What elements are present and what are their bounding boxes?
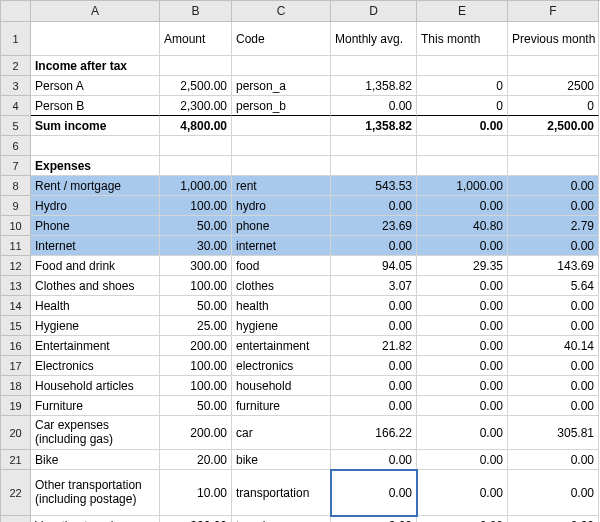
cell-A7[interactable]: Expenses [31, 156, 160, 176]
cell-E6[interactable] [417, 136, 508, 156]
col-header-E[interactable]: E [417, 1, 508, 22]
cell-E8[interactable]: 1,000.00 [417, 176, 508, 196]
cell-E23[interactable]: 0.00 [417, 516, 508, 522]
cell-F12[interactable]: 143.69 [508, 256, 599, 276]
cell-E19[interactable]: 0.00 [417, 396, 508, 416]
cell-C1[interactable]: Code [232, 22, 331, 56]
cell-F3[interactable]: 2500 [508, 76, 599, 96]
cell-E12[interactable]: 29.35 [417, 256, 508, 276]
cell-B5[interactable]: 4,800.00 [160, 116, 232, 136]
cell-F8[interactable]: 0.00 [508, 176, 599, 196]
row-header-2[interactable]: 2 [1, 56, 31, 76]
cell-C13[interactable]: clothes [232, 276, 331, 296]
cell-E14[interactable]: 0.00 [417, 296, 508, 316]
cell-A1[interactable] [31, 22, 160, 56]
cell-E21[interactable]: 0.00 [417, 450, 508, 470]
cell-E17[interactable]: 0.00 [417, 356, 508, 376]
row-header-9[interactable]: 9 [1, 196, 31, 216]
cell-C22[interactable]: transportation [232, 470, 331, 516]
row-header-23[interactable]: 23 [1, 516, 31, 522]
cell-B13[interactable]: 100.00 [160, 276, 232, 296]
cell-D16[interactable]: 21.82 [331, 336, 417, 356]
cell-E4[interactable]: 0 [417, 96, 508, 116]
cell-F9[interactable]: 0.00 [508, 196, 599, 216]
cell-B1[interactable]: Amount [160, 22, 232, 56]
cell-C5[interactable] [232, 116, 331, 136]
cell-F17[interactable]: 0.00 [508, 356, 599, 376]
cell-D20[interactable]: 166.22 [331, 416, 417, 450]
cell-F15[interactable]: 0.00 [508, 316, 599, 336]
cell-C19[interactable]: furniture [232, 396, 331, 416]
row-header-12[interactable]: 12 [1, 256, 31, 276]
row-header-8[interactable]: 8 [1, 176, 31, 196]
cell-B22[interactable]: 10.00 [160, 470, 232, 516]
cell-A3[interactable]: Person A [31, 76, 160, 96]
cell-F11[interactable]: 0.00 [508, 236, 599, 256]
cell-B2[interactable] [160, 56, 232, 76]
cell-B21[interactable]: 20.00 [160, 450, 232, 470]
cell-E5[interactable]: 0.00 [417, 116, 508, 136]
cell-F1[interactable]: Previous month [508, 22, 599, 56]
cell-C12[interactable]: food [232, 256, 331, 276]
cell-B20[interactable]: 200.00 [160, 416, 232, 450]
row-header-5[interactable]: 5 [1, 116, 31, 136]
cell-A14[interactable]: Health [31, 296, 160, 316]
cell-F21[interactable]: 0.00 [508, 450, 599, 470]
cell-A15[interactable]: Hygiene [31, 316, 160, 336]
row-header-3[interactable]: 3 [1, 76, 31, 96]
cell-E20[interactable]: 0.00 [417, 416, 508, 450]
cell-B17[interactable]: 100.00 [160, 356, 232, 376]
row-header-19[interactable]: 19 [1, 396, 31, 416]
cell-D10[interactable]: 23.69 [331, 216, 417, 236]
col-header-F[interactable]: F [508, 1, 599, 22]
corner-header[interactable] [1, 1, 31, 22]
cell-C7[interactable] [232, 156, 331, 176]
cell-F2[interactable] [508, 56, 599, 76]
cell-E1[interactable]: This month [417, 22, 508, 56]
cell-F5[interactable]: 2,500.00 [508, 116, 599, 136]
cell-E13[interactable]: 0.00 [417, 276, 508, 296]
cell-A20[interactable]: Car expenses (including gas) [31, 416, 160, 450]
cell-B12[interactable]: 300.00 [160, 256, 232, 276]
cell-B18[interactable]: 100.00 [160, 376, 232, 396]
row-header-21[interactable]: 21 [1, 450, 31, 470]
cell-A21[interactable]: Bike [31, 450, 160, 470]
cell-B19[interactable]: 50.00 [160, 396, 232, 416]
cell-D19[interactable]: 0.00 [331, 396, 417, 416]
cell-E10[interactable]: 40.80 [417, 216, 508, 236]
cell-D7[interactable] [331, 156, 417, 176]
cell-E22[interactable]: 0.00 [417, 470, 508, 516]
cell-D15[interactable]: 0.00 [331, 316, 417, 336]
cell-D13[interactable]: 3.07 [331, 276, 417, 296]
cell-A17[interactable]: Electronics [31, 356, 160, 376]
row-header-17[interactable]: 17 [1, 356, 31, 376]
cell-D11[interactable]: 0.00 [331, 236, 417, 256]
cell-A2[interactable]: Income after tax [31, 56, 160, 76]
cell-A16[interactable]: Entertainment [31, 336, 160, 356]
cell-D14[interactable]: 0.00 [331, 296, 417, 316]
cell-A6[interactable] [31, 136, 160, 156]
cell-B23[interactable]: 300.00 [160, 516, 232, 522]
cell-D12[interactable]: 94.05 [331, 256, 417, 276]
cell-C20[interactable]: car [232, 416, 331, 450]
row-header-11[interactable]: 11 [1, 236, 31, 256]
cell-C11[interactable]: internet [232, 236, 331, 256]
cell-C21[interactable]: bike [232, 450, 331, 470]
cell-D5[interactable]: 1,358.82 [331, 116, 417, 136]
cell-C23[interactable]: travel [232, 516, 331, 522]
cell-F13[interactable]: 5.64 [508, 276, 599, 296]
cell-A12[interactable]: Food and drink [31, 256, 160, 276]
row-header-18[interactable]: 18 [1, 376, 31, 396]
cell-B16[interactable]: 200.00 [160, 336, 232, 356]
col-header-D[interactable]: D [331, 1, 417, 22]
row-header-22[interactable]: 22 [1, 470, 31, 516]
cell-D9[interactable]: 0.00 [331, 196, 417, 216]
cell-D2[interactable] [331, 56, 417, 76]
row-header-16[interactable]: 16 [1, 336, 31, 356]
row-header-15[interactable]: 15 [1, 316, 31, 336]
row-header-6[interactable]: 6 [1, 136, 31, 156]
cell-C8[interactable]: rent [232, 176, 331, 196]
col-header-B[interactable]: B [160, 1, 232, 22]
cell-C10[interactable]: phone [232, 216, 331, 236]
cell-C2[interactable] [232, 56, 331, 76]
